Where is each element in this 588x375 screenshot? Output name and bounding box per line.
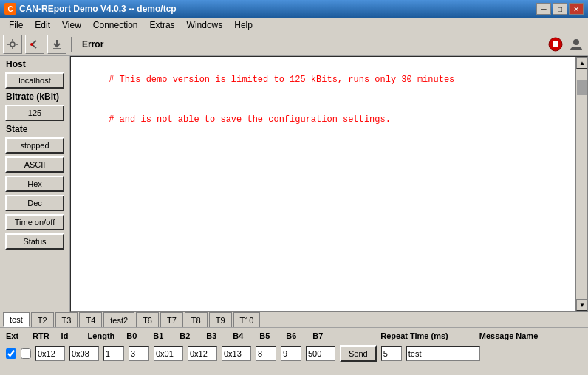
send-button[interactable]: Send [340, 345, 377, 362]
rtr-checkbox[interactable] [21, 348, 31, 359]
toolbar-separator [71, 37, 72, 52]
download-icon [51, 38, 63, 50]
app-icon: C [4, 3, 16, 15]
id-field[interactable] [35, 346, 65, 361]
maximize-button[interactable]: □ [553, 3, 567, 15]
main-content: Host localhost Bitrate (kBit) 125 State … [0, 56, 588, 312]
svg-point-9 [573, 39, 579, 45]
scroll-down-arrow[interactable]: ▼ [576, 299, 588, 311]
menu-file[interactable]: File [3, 18, 29, 32]
tab-T4[interactable]: T4 [79, 312, 102, 327]
stop-icon[interactable] [547, 35, 564, 53]
tab-T3[interactable]: T3 [55, 312, 78, 327]
settings-icon [7, 38, 18, 50]
ext-checkbox[interactable] [6, 348, 16, 359]
message-name-field[interactable] [406, 346, 480, 361]
menu-bar: File Edit View Connection Extras Windows… [0, 18, 588, 32]
hex-button[interactable]: Hex [5, 176, 64, 192]
output-line1: # This demo version is limited to 125 kB… [109, 75, 454, 85]
title-bar-left: C CAN-REport Demo V4.0.3 -- demo/tcp [4, 3, 177, 15]
output-line2: # and is not able to save the configurat… [109, 114, 391, 125]
state-label: State [3, 124, 27, 134]
output-content: # This demo version is limited to 125 kB… [71, 57, 587, 142]
col-b6: B6 [286, 331, 301, 340]
col-repeat-time: Repeat Time (ms) [380, 331, 448, 340]
dec-button[interactable]: Dec [5, 195, 64, 211]
b6-field[interactable] [281, 346, 301, 361]
bottom-section: Ext RTR Id Length B0 B1 B2 B3 B4 B5 B6 B… [0, 328, 588, 375]
repeat-time-field[interactable] [381, 346, 402, 361]
col-message-name: Message Name [479, 331, 539, 340]
b7-field[interactable] [306, 346, 335, 361]
message-header-row: Ext RTR Id Length B0 B1 B2 B3 B4 B5 B6 B… [0, 328, 588, 343]
bitrate-label: Bitrate (kBit) [3, 92, 59, 102]
sidebar: Host localhost Bitrate (kBit) 125 State … [0, 56, 70, 312]
tab-T10[interactable]: T10 [233, 312, 261, 327]
ascii-button[interactable]: ASCII [5, 156, 64, 173]
title-bar: C CAN-REport Demo V4.0.3 -- demo/tcp ─ □… [0, 0, 588, 18]
state-button[interactable]: stopped [5, 137, 64, 154]
svg-rect-8 [553, 41, 558, 47]
close-button[interactable]: ✕ [569, 3, 584, 15]
b4-field[interactable] [222, 346, 251, 361]
user-icon[interactable] [567, 35, 585, 53]
col-b0: B0 [126, 331, 141, 340]
bitrate-button[interactable]: 125 [5, 105, 64, 121]
col-b7: B7 [312, 331, 327, 340]
length-field[interactable] [69, 346, 99, 361]
tab-T8[interactable]: T8 [185, 312, 208, 327]
menu-windows[interactable]: Windows [181, 18, 229, 32]
menu-edit[interactable]: Edit [29, 18, 56, 32]
status-button[interactable]: Status [5, 233, 64, 250]
col-b1: B1 [153, 331, 168, 340]
tab-test2[interactable]: test2 [103, 312, 134, 327]
menu-help[interactable]: Help [228, 18, 259, 32]
toolbar-btn-back[interactable] [25, 35, 44, 54]
b1-field[interactable] [129, 346, 149, 361]
b3-field[interactable] [188, 346, 217, 361]
minimize-button[interactable]: ─ [536, 3, 551, 15]
scroll-up-arrow[interactable]: ▲ [576, 57, 588, 69]
toolbar-right [547, 35, 585, 53]
col-rtr: RTR [33, 331, 49, 340]
b5-field[interactable] [256, 346, 276, 361]
user-profile-icon [569, 37, 584, 52]
col-ext: Ext [6, 331, 21, 340]
message-data-row: Send [0, 343, 588, 364]
host-button[interactable]: localhost [5, 72, 64, 89]
output-area: # This demo version is limited to 125 kB… [70, 56, 588, 312]
toolbar: Error [0, 32, 588, 56]
title-bar-controls: ─ □ ✕ [536, 3, 584, 15]
title-bar-text: CAN-REport Demo V4.0.3 -- demo/tcp [19, 4, 177, 14]
b2-field[interactable] [154, 346, 183, 361]
tab-T9[interactable]: T9 [209, 312, 232, 327]
host-label: Host [3, 59, 26, 69]
svg-point-5 [30, 43, 33, 46]
tab-T6[interactable]: T6 [136, 312, 159, 327]
toolbar-error-label: Error [76, 37, 135, 52]
toolbar-btn-down[interactable] [47, 35, 66, 54]
stop-circle-icon [548, 37, 563, 52]
col-b4: B4 [233, 331, 247, 340]
col-b2: B2 [180, 331, 194, 340]
col-id: Id [61, 331, 76, 340]
col-b5: B5 [259, 331, 274, 340]
menu-extras[interactable]: Extras [144, 18, 181, 32]
tab-T2[interactable]: T2 [31, 312, 54, 327]
scroll-thumb[interactable] [577, 80, 587, 95]
tab-test[interactable]: test [3, 312, 30, 327]
svg-point-0 [10, 42, 15, 47]
col-length: Length [88, 331, 115, 340]
tab-T7[interactable]: T7 [160, 312, 183, 327]
menu-connection[interactable]: Connection [87, 18, 144, 32]
timeonoff-button[interactable]: Time on/off [5, 214, 64, 230]
menu-view[interactable]: View [56, 18, 87, 32]
col-b3: B3 [206, 331, 221, 340]
b0-field[interactable] [103, 346, 124, 361]
back-icon [29, 38, 41, 50]
toolbar-btn-settings[interactable] [3, 35, 22, 54]
tab-row: test T2 T3 T4 test2 T6 T7 T8 T9 T10 [0, 312, 588, 328]
vertical-scrollbar[interactable]: ▲ ▼ [575, 57, 587, 311]
